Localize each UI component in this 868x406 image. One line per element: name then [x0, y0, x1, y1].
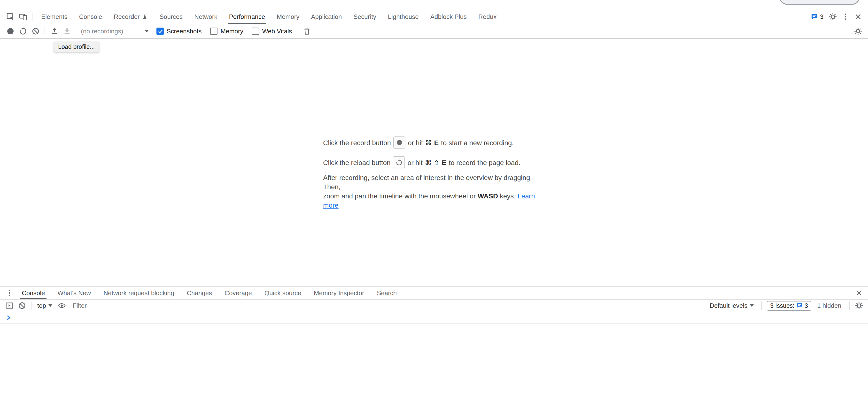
- console-toolbar: top Default levels 3 Issues: 3 1 hidden: [0, 300, 868, 312]
- checkbox-box: [252, 28, 259, 35]
- console-filter-input[interactable]: [73, 302, 705, 309]
- load-profile-button[interactable]: [48, 25, 61, 37]
- drawer-tab-changes[interactable]: Changes: [180, 287, 218, 299]
- hidden-messages-label: 1 hidden: [817, 302, 841, 309]
- tab-security[interactable]: Security: [348, 10, 382, 24]
- inspect-element-icon[interactable]: [4, 10, 17, 23]
- console-prompt[interactable]: [0, 312, 868, 324]
- drawer-tabbar: Console What's New Network request block…: [0, 287, 868, 300]
- hint-text: zoom and pan the timeline with the mouse…: [323, 192, 476, 200]
- drawer-tab-whats-new[interactable]: What's New: [51, 287, 97, 299]
- instructions-block: Click the record button or hit ⌘ E to st…: [323, 136, 545, 210]
- record-button-illustration[interactable]: [393, 136, 405, 148]
- issues-count: 3: [805, 302, 808, 309]
- chevron-down-icon: [145, 30, 149, 32]
- tab-redux[interactable]: Redux: [472, 10, 502, 24]
- checkbox-label: Memory: [221, 28, 243, 35]
- performance-panel-content: Click the record button or hit ⌘ E to st…: [0, 39, 868, 286]
- reload-and-record-button[interactable]: [17, 25, 29, 37]
- load-profile-tooltip: Load profile...: [54, 42, 99, 52]
- recordings-select-value: (no recordings): [81, 28, 123, 35]
- cmd-key-glyph: ⌘: [425, 139, 432, 146]
- separator: [32, 12, 32, 21]
- instruction-text: Click the record button: [323, 139, 391, 146]
- chevron-down-icon: [49, 304, 52, 307]
- tab-recorder[interactable]: Recorder: [108, 10, 154, 24]
- wasd-keys: WASD: [477, 192, 498, 200]
- drawer-more-tools-kebab-icon[interactable]: [3, 287, 16, 299]
- memory-checkbox[interactable]: Memory: [211, 28, 243, 35]
- reload-button-illustration[interactable]: [393, 156, 405, 168]
- drawer-tab-console[interactable]: Console: [16, 287, 51, 299]
- capture-settings-gear-icon[interactable]: [851, 25, 864, 37]
- prompt-chevron-icon: [6, 315, 11, 320]
- instructions-hint: After recording, select an area of inter…: [323, 173, 545, 210]
- device-toolbar-icon[interactable]: [17, 10, 29, 23]
- browser-overlay-pill: [779, 0, 860, 5]
- settings-gear-icon[interactable]: [826, 10, 839, 23]
- issues-bubble-icon: [811, 13, 818, 20]
- checkbox-label: Screenshots: [166, 28, 202, 35]
- clear-console-icon[interactable]: [16, 299, 28, 312]
- more-options-kebab-icon[interactable]: [839, 10, 851, 23]
- record-button[interactable]: [4, 25, 17, 37]
- record-icon: [7, 28, 13, 34]
- drawer: Console What's New Network request block…: [0, 286, 868, 406]
- checkbox-label: Web Vitals: [262, 28, 292, 35]
- recordings-select[interactable]: (no recordings): [78, 25, 152, 37]
- save-profile-button[interactable]: [61, 25, 73, 37]
- screenshots-checkbox[interactable]: Screenshots: [156, 28, 202, 35]
- separator: [849, 302, 849, 310]
- tab-performance[interactable]: Performance: [223, 10, 271, 24]
- close-devtools-icon[interactable]: [851, 10, 864, 23]
- tab-console[interactable]: Console: [73, 10, 108, 24]
- check-icon: [157, 28, 163, 34]
- shift-key-glyph: ⇧: [434, 159, 439, 166]
- log-levels-value: Default levels: [710, 302, 747, 309]
- log-levels-select[interactable]: Default levels: [710, 302, 754, 309]
- tab-sources[interactable]: Sources: [154, 10, 188, 24]
- tab-application[interactable]: Application: [305, 10, 347, 24]
- instruction-text: or hit: [408, 139, 423, 146]
- experiment-flask-icon: [142, 14, 148, 20]
- drawer-tab-network-request-blocking[interactable]: Network request blocking: [97, 287, 180, 299]
- drawer-tab-search[interactable]: Search: [371, 287, 403, 299]
- separator: [44, 27, 45, 35]
- separator: [31, 302, 31, 310]
- console-context-select[interactable]: top: [37, 302, 52, 309]
- drawer-tab-quick-source[interactable]: Quick source: [258, 287, 308, 299]
- hint-text: After recording, select an area of inter…: [323, 174, 532, 191]
- record-instruction: Click the record button or hit ⌘ E to st…: [323, 136, 545, 148]
- instruction-text: to record the page load.: [449, 159, 521, 166]
- tab-network[interactable]: Network: [188, 10, 223, 24]
- instruction-text: to start a new recording.: [441, 139, 514, 146]
- tab-recorder-label: Recorder: [114, 13, 140, 20]
- issues-count: 3: [820, 13, 824, 20]
- reload-icon: [396, 159, 403, 166]
- live-expression-eye-icon[interactable]: [55, 299, 68, 312]
- console-sidebar-icon[interactable]: [3, 299, 16, 312]
- tab-adblock-plus[interactable]: Adblock Plus: [425, 10, 472, 24]
- main-tabbar: Elements Console Recorder Sources Networ…: [0, 0, 868, 24]
- performance-toolbar: (no recordings) Screenshots Memory Web V…: [0, 24, 868, 39]
- clear-recordings-button[interactable]: [29, 25, 42, 37]
- tab-elements[interactable]: Elements: [35, 10, 73, 24]
- checkbox-box: [211, 28, 218, 35]
- tab-lighthouse[interactable]: Lighthouse: [382, 10, 424, 24]
- web-vitals-checkbox[interactable]: Web Vitals: [252, 28, 292, 35]
- close-drawer-icon[interactable]: [852, 287, 865, 299]
- console-settings-gear-icon[interactable]: [852, 299, 865, 312]
- devtools-window: Elements Console Recorder Sources Networ…: [0, 0, 868, 406]
- console-context-value: top: [37, 302, 46, 309]
- shortcut-key: E: [434, 139, 439, 146]
- issues-counter[interactable]: 3: [811, 13, 824, 20]
- panel-tabs: Elements Console Recorder Sources Networ…: [35, 10, 502, 24]
- trash-icon[interactable]: [301, 25, 313, 37]
- drawer-tab-coverage[interactable]: Coverage: [218, 287, 258, 299]
- tab-memory[interactable]: Memory: [271, 10, 305, 24]
- chevron-down-icon: [750, 304, 754, 307]
- console-issues-counter[interactable]: 3 Issues: 3: [767, 301, 811, 310]
- drawer-tab-memory-inspector[interactable]: Memory Inspector: [308, 287, 371, 299]
- reload-instruction: Click the reload button or hit ⌘ ⇧ E to …: [323, 156, 545, 168]
- shortcut-key: E: [442, 159, 446, 166]
